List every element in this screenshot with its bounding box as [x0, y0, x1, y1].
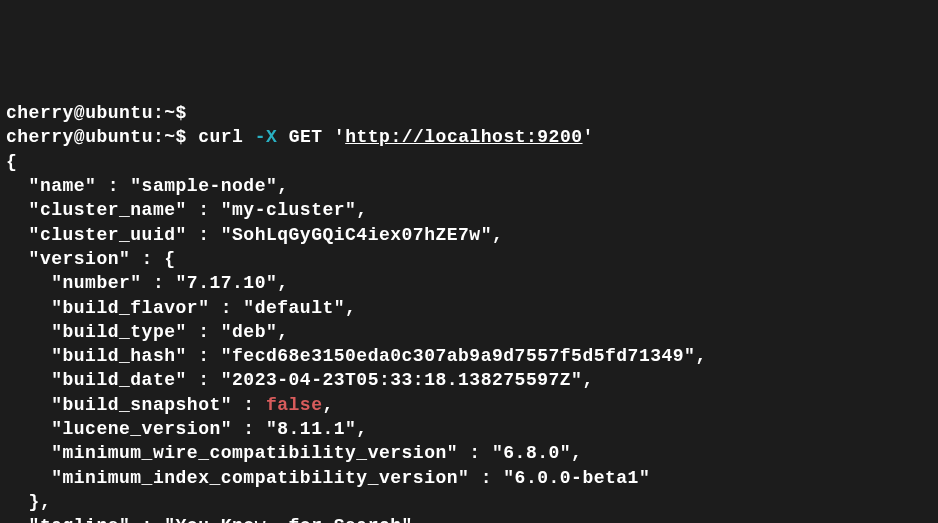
- prompt-at: @: [74, 127, 85, 147]
- prompt-at: @: [74, 103, 85, 123]
- json-build-flavor: "build_flavor" : "default",: [6, 298, 356, 318]
- cmd-quote: ': [334, 127, 345, 147]
- json-tagline: "tagline" : "You Know, for Search": [6, 516, 413, 523]
- json-build-hash: "build_hash" : "fecd68e3150eda0c307ab9a9…: [6, 346, 707, 366]
- cmd-url: http://localhost:9200: [345, 127, 582, 147]
- prompt-host: ubuntu: [85, 103, 153, 123]
- json-build-date: "build_date" : "2023-04-23T05:33:18.1382…: [6, 370, 594, 390]
- json-brace-open: {: [6, 152, 17, 172]
- json-false: false: [266, 395, 323, 415]
- cmd-method: GET: [289, 127, 323, 147]
- json-comma: ,: [322, 395, 333, 415]
- terminal-output[interactable]: cherry@ubuntu:~$ cherry@ubuntu:~$ curl -…: [6, 101, 932, 523]
- prompt-host: ubuntu: [85, 127, 153, 147]
- cmd-flag: -X: [255, 127, 278, 147]
- prompt-colon: :: [153, 103, 164, 123]
- prompt-user: cherry: [6, 127, 74, 147]
- prompt-colon: :: [153, 127, 164, 147]
- json-min-index: "minimum_index_compatibility_version" : …: [6, 468, 650, 488]
- json-version-open: "version" : {: [6, 249, 176, 269]
- prompt-path: ~: [164, 103, 175, 123]
- json-build-type: "build_type" : "deb",: [6, 322, 289, 342]
- json-build-snapshot-label: "build_snapshot" :: [6, 395, 266, 415]
- json-lucene: "lucene_version" : "8.11.1",: [6, 419, 368, 439]
- json-version-close: },: [6, 492, 51, 512]
- json-number: "number" : "7.17.10",: [6, 273, 289, 293]
- prompt-dollar: $: [176, 103, 187, 123]
- json-min-wire: "minimum_wire_compatibility_version" : "…: [6, 443, 582, 463]
- prompt-dollar: $: [176, 127, 187, 147]
- json-cluster-uuid: "cluster_uuid" : "SohLqGyGQiC4iex07hZE7w…: [6, 225, 503, 245]
- cmd-quote: ': [583, 127, 594, 147]
- prompt-path: ~: [164, 127, 175, 147]
- prompt-user: cherry: [6, 103, 74, 123]
- json-cluster-name: "cluster_name" : "my-cluster",: [6, 200, 368, 220]
- json-name: "name" : "sample-node",: [6, 176, 289, 196]
- cmd-curl: curl: [198, 127, 243, 147]
